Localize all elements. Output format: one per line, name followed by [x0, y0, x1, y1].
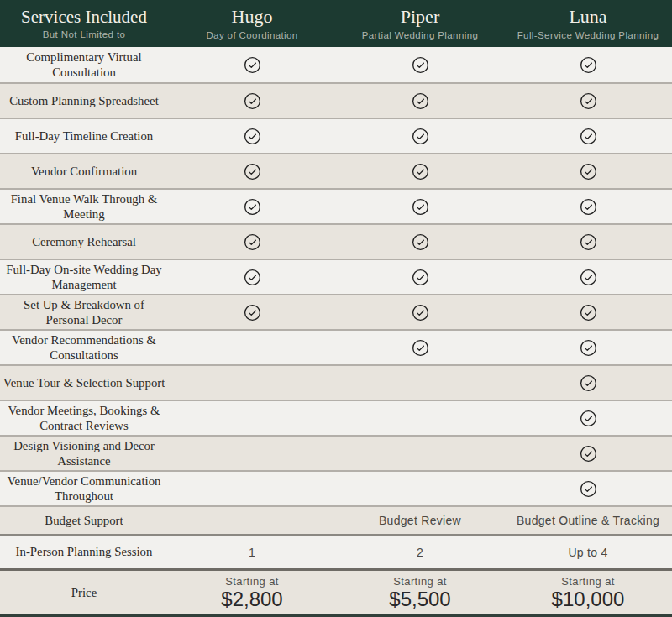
- service-cell: Venue/Vendor Communication Throughout: [0, 472, 168, 505]
- price-hugo-cell: Starting at $2,800: [168, 571, 336, 615]
- hugo-cell: [168, 331, 336, 364]
- service-label: Budget Support: [45, 513, 123, 528]
- service-cell: Full-Day Timeline Creation: [0, 119, 168, 153]
- service-label: Vendor Confirmation: [31, 164, 137, 179]
- sessions-piper-cell: 2: [336, 536, 504, 568]
- price-piper-amount: $5,500: [389, 588, 450, 611]
- check-icon: [412, 233, 429, 251]
- service-cell: Set Up & Breakdown of Personal Decor: [0, 295, 168, 329]
- luna-cell: [504, 84, 672, 118]
- piper-cell: [336, 437, 504, 470]
- price-luna-amount: $10,000: [552, 588, 625, 611]
- table-row: Final Venue Walk Through & Meeting: [0, 188, 672, 223]
- service-label: Venue/Vendor Communication Throughout: [3, 473, 165, 505]
- package-subtitle: Partial Wedding Planning: [362, 30, 479, 40]
- price-prefix: Starting at: [393, 576, 447, 588]
- check-icon: [412, 269, 429, 286]
- services-title: Services Included: [21, 8, 147, 27]
- service-cell: Complimentary Virtual Consultation: [0, 47, 168, 82]
- table-row: Full-Day On-site Wedding Day Management: [0, 259, 672, 294]
- check-icon: [244, 92, 261, 110]
- table-row-price: Price Starting at $2,800 Starting at $5,…: [0, 568, 672, 615]
- package-name: Piper: [401, 7, 439, 27]
- check-icon: [244, 163, 261, 180]
- package-subtitle: Full-Service Wedding Planning: [517, 30, 659, 40]
- package-name: Luna: [569, 7, 606, 27]
- header-column-hugo: Hugo Day of Coordination: [168, 0, 336, 47]
- hugo-cell: [168, 472, 336, 505]
- service-cell: Vendor Meetings, Bookings & Contract Rev…: [0, 401, 168, 435]
- check-icon: [412, 56, 429, 74]
- check-icon: [580, 198, 597, 216]
- service-label: Vendor Recommendations & Consultations: [3, 332, 165, 363]
- hugo-cell: [168, 401, 336, 435]
- budget-hugo-cell: [168, 507, 336, 534]
- check-icon: [244, 56, 261, 74]
- hugo-cell: [168, 47, 336, 82]
- services-subtitle: But Not Limited to: [43, 29, 126, 39]
- check-icon: [580, 233, 597, 251]
- piper-cell: [336, 295, 504, 329]
- table-row: Full-Day Timeline Creation: [0, 118, 672, 153]
- table-row: Vendor Confirmation: [0, 153, 672, 188]
- check-icon: [412, 198, 429, 216]
- hugo-cell: [168, 190, 336, 223]
- hugo-cell: [168, 260, 336, 294]
- hugo-cell: [168, 366, 336, 400]
- piper-cell: [336, 47, 504, 82]
- sessions-luna-cell: Up to 4: [504, 536, 672, 568]
- service-label: Design Visioning and Decor Assistance: [3, 438, 165, 469]
- piper-cell: [336, 401, 504, 435]
- service-cell: Budget Support: [0, 507, 168, 534]
- piper-cell: [336, 331, 504, 364]
- check-icon: [244, 304, 261, 322]
- table-row-planning-sessions: In-Person Planning Session 1 2 Up to 4: [0, 534, 672, 568]
- table-header-row: Services Included But Not Limited to Hug…: [0, 0, 672, 47]
- check-icon: [412, 92, 429, 110]
- budget-luna-cell: Budget Outline & Tracking: [504, 507, 672, 534]
- luna-cell: [504, 401, 672, 435]
- service-label: Full-Day Timeline Creation: [15, 128, 153, 144]
- luna-cell: [504, 119, 672, 153]
- service-cell: Price: [0, 571, 168, 615]
- service-cell: Venue Tour & Selection Support: [0, 366, 168, 400]
- hugo-cell: [168, 154, 336, 188]
- check-icon: [412, 163, 429, 180]
- piper-cell: [336, 119, 504, 153]
- hugo-cell: [168, 437, 336, 470]
- service-label: Full-Day On-site Wedding Day Management: [3, 262, 165, 293]
- luna-cell: [504, 225, 672, 259]
- piper-cell: [336, 472, 504, 505]
- hugo-cell: [168, 84, 336, 118]
- check-icon: [580, 163, 597, 180]
- luna-cell: [504, 295, 672, 329]
- luna-cell: [504, 366, 672, 400]
- service-label: Venue Tour & Selection Support: [3, 375, 165, 390]
- piper-cell: [336, 190, 504, 223]
- check-icon: [580, 339, 597, 357]
- table-row-budget-support: Budget Support Budget Review Budget Outl…: [0, 505, 672, 534]
- check-icon: [580, 304, 597, 322]
- check-icon: [412, 339, 429, 357]
- check-icon: [580, 480, 597, 498]
- luna-cell: [504, 472, 672, 505]
- check-icon: [244, 128, 261, 145]
- service-cell: Vendor Confirmation: [0, 154, 168, 188]
- table-row: Venue Tour & Selection Support: [0, 364, 672, 400]
- service-cell: Ceremony Rehearsal: [0, 225, 168, 259]
- check-icon: [580, 374, 597, 392]
- price-piper-cell: Starting at $5,500: [336, 571, 504, 615]
- sessions-hugo-value: 1: [249, 546, 255, 559]
- price-luna-cell: Starting at $10,000: [504, 571, 672, 615]
- package-subtitle: Day of Coordination: [206, 30, 297, 40]
- header-column-luna: Luna Full-Service Wedding Planning: [504, 0, 672, 47]
- piper-cell: [336, 154, 504, 188]
- budget-piper-value: Budget Review: [379, 514, 461, 527]
- table-row: Custom Planning Spreadsheet: [0, 82, 672, 118]
- service-label: Price: [71, 585, 97, 600]
- check-icon: [580, 128, 597, 145]
- table-row: Ceremony Rehearsal: [0, 223, 672, 259]
- table-row: Venue/Vendor Communication Throughout: [0, 470, 672, 505]
- check-icon: [412, 304, 429, 322]
- piper-cell: [336, 366, 504, 400]
